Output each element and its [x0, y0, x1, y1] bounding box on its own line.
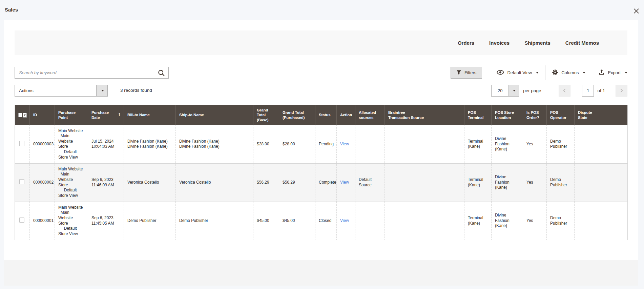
column-label: Grand Total (Purchased)	[283, 110, 305, 119]
cell-value: Demo Publisher	[127, 218, 173, 224]
actions-select-caret[interactable]	[96, 85, 107, 96]
cell-value: Divine Fashion (Kane)	[495, 213, 520, 229]
table-row: 000000002Main Website Main Website Store…	[15, 163, 628, 202]
search-box	[15, 67, 169, 79]
cell-value: Divine Fashion (Kane)	[495, 136, 520, 152]
grid-toolbar: Filters Default View	[451, 67, 627, 79]
cell-value: Veronica Costello	[127, 180, 173, 185]
cell-id: 000000003	[30, 125, 55, 163]
column-label: POS Store Location	[495, 110, 514, 119]
view-order-link[interactable]: View	[340, 180, 349, 185]
page-size-select[interactable]: 20	[491, 85, 519, 97]
cell-value: Divine Fashion (Kane)	[495, 174, 520, 190]
col-status[interactable]: Status	[315, 105, 337, 125]
cell-purchase_point: Main Website Main Website Store Default …	[55, 202, 88, 240]
modal-footer	[4, 260, 638, 286]
export-button[interactable]: Export	[592, 67, 627, 79]
columns-button[interactable]: Columns	[545, 67, 592, 79]
grid-header-row: IDPurchase PointPurchase Date↑Bill-to Na…	[15, 105, 628, 125]
column-label: Purchase Date	[91, 110, 109, 120]
col-pos_store_location[interactable]: POS Store Location	[492, 105, 523, 125]
view-order-link[interactable]: View	[340, 142, 349, 146]
cell-purchase_date: Sep 6, 2023 11:46:09 AM	[88, 163, 124, 202]
col-dispute_state[interactable]: Dispute State	[575, 105, 628, 125]
next-page-button[interactable]	[616, 85, 627, 97]
col-purchase_date[interactable]: Purchase Date↑	[88, 105, 124, 125]
col-pos_operator[interactable]: POS Operator	[547, 105, 575, 125]
close-icon	[633, 8, 639, 14]
cell-checkbox	[15, 202, 30, 240]
tab-shipments[interactable]: Shipments	[524, 40, 550, 46]
cell-checkbox	[15, 125, 30, 163]
column-label: ID	[33, 113, 37, 117]
cell-value: Demo Publisher	[550, 215, 572, 226]
current-page-input[interactable]	[582, 85, 594, 97]
cell-grand_total_base: $56.29	[253, 163, 279, 202]
cell-value: Main Website Main Website Store Default …	[58, 167, 85, 199]
chevron-down-icon	[101, 90, 104, 91]
column-label: Grand Total (Base)	[257, 108, 269, 122]
search-icon[interactable]	[158, 69, 165, 78]
cell-pos_terminal: Terminal (Kane)	[464, 163, 492, 202]
row-checkbox[interactable]	[19, 141, 24, 146]
cell-value: Pending	[319, 142, 334, 147]
cell-grand_total_purchased: $45.00	[279, 202, 315, 240]
actions-select[interactable]: Actions	[15, 85, 108, 97]
tab-credit-memos[interactable]: Credit Memos	[565, 40, 599, 46]
cell-pos_operator: Demo Publisher	[547, 163, 575, 202]
col-purchase_point[interactable]: Purchase Point	[55, 105, 88, 125]
select-all-options-button[interactable]	[23, 113, 27, 118]
cell-value: $45.00	[283, 218, 312, 224]
col-id[interactable]: ID	[30, 105, 55, 125]
cell-value: Divine Fashion (Kane) Divine Fashion (Ka…	[179, 139, 250, 149]
cell-status: Pending	[315, 125, 337, 163]
cell-is_pos_order: Yes	[523, 202, 547, 240]
cell-value: $56.29	[257, 180, 276, 185]
col-action[interactable]: Action	[337, 105, 355, 125]
close-button[interactable]	[632, 7, 640, 15]
cell-value: Complete	[319, 180, 334, 185]
chevron-down-icon	[625, 72, 627, 74]
filters-button[interactable]: Filters	[451, 67, 482, 79]
cell-bill_to: Demo Publisher	[124, 202, 176, 240]
col-braintree_transaction_source[interactable]: Braintree Transaction Source	[385, 105, 464, 125]
cell-allocated_sources	[355, 125, 385, 163]
page-size-value: 20	[492, 85, 508, 96]
cell-allocated_sources	[355, 202, 385, 240]
column-label: Purchase Point	[58, 110, 76, 119]
view-bookmarks-button[interactable]: Default View	[490, 67, 545, 79]
sort-asc-icon: ↑	[118, 112, 121, 118]
page-size-caret[interactable]	[508, 85, 519, 96]
cell-action: View	[337, 125, 355, 163]
tab-invoices[interactable]: Invoices	[489, 40, 510, 46]
col-bill_to[interactable]: Bill-to Name	[124, 105, 176, 125]
orders-grid: IDPurchase PointPurchase Date↑Bill-to Na…	[15, 105, 628, 240]
cell-ship_to: Divine Fashion (Kane) Divine Fashion (Ka…	[176, 125, 253, 163]
row-checkbox[interactable]	[19, 218, 24, 223]
col-is_pos_order[interactable]: Is POS Order?	[523, 105, 547, 125]
cell-status: Complete	[315, 163, 337, 202]
col-grand_total_base[interactable]: Grand Total (Base)	[253, 105, 279, 125]
cell-pos_operator: Demo Publisher	[547, 125, 575, 163]
tab-orders[interactable]: Orders	[458, 40, 474, 46]
cell-purchase_point: Main Website Main Website Store Default …	[55, 163, 88, 202]
chevron-left-icon	[562, 88, 567, 93]
filter-funnel-icon	[456, 70, 461, 76]
col-pos_terminal[interactable]: POS Terminal	[464, 105, 492, 125]
column-label: Is POS Order?	[526, 110, 539, 119]
col-allocated_sources[interactable]: Allocated sources	[355, 105, 385, 125]
per-page-label: per page	[523, 88, 541, 93]
select-all-checkbox[interactable]	[18, 113, 22, 117]
row-checkbox[interactable]	[19, 179, 24, 184]
cell-value: $56.29	[283, 180, 312, 185]
cell-id: 000000001	[30, 202, 55, 240]
col-ship_to[interactable]: Ship-to Name	[176, 105, 253, 125]
cell-checkbox	[15, 163, 30, 202]
col-grand_total_purchased[interactable]: Grand Total (Purchased)	[279, 105, 315, 125]
view-order-link[interactable]: View	[340, 218, 349, 223]
search-input[interactable]	[15, 67, 168, 78]
cell-value: Terminal (Kane)	[468, 177, 489, 188]
cell-is_pos_order: Yes	[523, 125, 547, 163]
prev-page-button[interactable]	[559, 85, 570, 97]
sales-modal: Sales OrdersInvoicesShipmentsCredit Memo…	[0, 0, 644, 289]
